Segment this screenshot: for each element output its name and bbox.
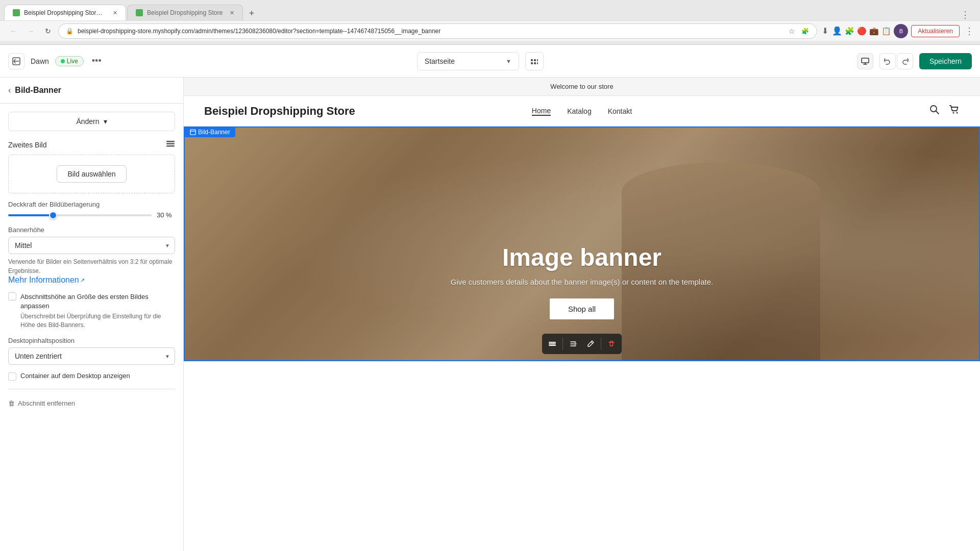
tab-favicon-2 [136,9,143,16]
panel-title: Bild-Banner [15,86,61,95]
theme-options-button[interactable]: ••• [90,54,104,68]
save-bookmark-icon[interactable]: 📋 [881,27,891,36]
theme-name-label: Dawn [31,57,49,65]
svg-rect-8 [166,141,175,142]
nav-item-kontakt[interactable]: Kontakt [608,107,632,115]
browser-tab-active[interactable]: Beispiel Dropshipping Store · ... ✕ [4,5,126,20]
zweites-bild-section: Zweites Bild [8,139,175,151]
download-icon[interactable]: ⬇ [820,27,829,36]
tab-close-2[interactable]: ✕ [230,10,234,16]
svg-rect-5 [537,59,538,61]
desktop-icon [861,57,869,65]
toolbar-divider-2 [601,338,601,350]
toolbar-delete-button[interactable] [603,336,620,352]
tab-label-1: Beispiel Dropshipping Store · ... [24,9,106,16]
svg-point-12 [952,112,954,114]
redo-icon [901,58,909,65]
browser-menu-icon[interactable]: ⋮ [961,9,970,20]
page-select-dropdown[interactable]: Startseite ▼ [417,52,519,70]
browser-options-icon[interactable]: ⋮ [965,26,974,37]
announcement-bar: Welcome to our store [184,78,980,96]
bannerhoehe-label: Bannerhöhe [8,226,175,234]
desktop-position-select[interactable]: Oben links Oben zentriert Oben rechts Mi… [8,347,175,365]
svg-rect-6 [537,62,538,64]
store-preview: Welcome to our store Beispiel Dropshippi… [184,78,980,551]
adblock-icon[interactable]: 🔴 [857,27,866,36]
browser-chrome: Beispiel Dropshipping Store · ... ✕ Beis… [0,0,980,45]
deckkraft-slider[interactable] [8,214,152,216]
undo-button[interactable] [879,53,896,69]
panel-body: Ändern ▾ Zweites Bild Bild auswählen Dec… [0,104,183,417]
panel-back-button[interactable]: ‹ [8,86,11,95]
checkbox1[interactable] [8,292,16,300]
live-badge-label: Live [67,58,78,65]
redo-button[interactable] [897,53,913,69]
extensions-btn[interactable]: 🧩 [845,27,854,36]
tab-label-2: Beispiel Dropshipping Store [147,9,223,16]
bild-auswaehlen-button[interactable]: Bild auswählen [57,165,126,183]
delete-section-button[interactable]: 🗑 Abschnitt entfernen [8,397,175,409]
page-select-chevron: ▼ [506,58,511,64]
change-button[interactable]: Ändern ▾ [8,112,175,131]
delete-icon [607,340,616,348]
nav-item-home[interactable]: Home [532,107,551,116]
svg-rect-16 [549,343,556,344]
stack-icon[interactable] [166,139,175,151]
customize-icon-button[interactable] [525,52,544,70]
banner-content: Image banner Give customers details abou… [185,128,979,360]
toolbar-move-button[interactable] [544,336,560,352]
svg-point-13 [956,112,958,114]
undo-icon [884,58,891,65]
toolbar-indent-button[interactable] [565,336,581,352]
save-button[interactable]: Speichern [919,53,972,69]
desktop-position-wrapper: Oben links Oben zentriert Oben rechts Mi… [8,347,175,365]
view-toggle [857,53,873,69]
store-logo: Beispiel Dropshipping Store [204,105,456,118]
shop-all-button[interactable]: Shop all [550,298,614,319]
live-dot [61,59,65,63]
helper-text: Verwende für Bilder ein Seitenverhältnis… [8,257,175,276]
header-center: Startseite ▼ [110,52,851,70]
left-panel: ‹ Bild-Banner Ändern ▾ Zweites Bild Bild… [0,78,184,551]
shopify-ext-icon[interactable]: 💼 [869,27,878,36]
url-display: beispiel-dropshipping-store.myshopify.co… [78,28,783,35]
deckkraft-value: 30 % [157,211,175,219]
header-right: Speichern [857,53,972,69]
svg-rect-2 [531,62,533,64]
cart-nav-icon[interactable] [948,104,960,118]
banner-label-tag[interactable]: Bild-Banner [185,127,235,137]
customize-icon [530,57,539,66]
desktop-view-button[interactable] [857,53,873,69]
svg-rect-10 [166,145,175,147]
page-select-label: Startseite [425,57,455,65]
back-nav-button[interactable]: ← [6,24,20,38]
svg-rect-4 [534,62,536,64]
editor-header: Dawn Live ••• Startseite ▼ [0,45,980,78]
svg-rect-7 [862,58,869,63]
container-checkbox[interactable] [8,372,16,381]
address-bar[interactable]: 🔒 beispiel-dropshipping-store.myshopify.… [58,23,817,39]
profile-icon[interactable]: 👤 [832,27,842,36]
svg-rect-14 [190,130,195,135]
svg-rect-15 [549,342,556,343]
new-tab-button[interactable]: + [244,6,259,20]
profile-avatar[interactable]: B [894,24,908,38]
search-nav-icon[interactable] [929,104,940,118]
bookmark-icon[interactable]: ☆ [787,27,796,36]
nav-item-katalog[interactable]: Katalog [567,107,591,115]
external-link-icon: ↗ [80,277,85,284]
browser-tab-inactive[interactable]: Beispiel Dropshipping Store ✕ [127,5,243,20]
banner-tag-label: Bild-Banner [198,129,230,136]
image-select-box: Bild auswählen [8,155,175,193]
mehr-informationen-link[interactable]: Mehr Informationen ↗ [8,276,85,285]
bannerhoehe-select[interactable]: Klein Mittel Groß [8,237,175,254]
aktualisieren-button[interactable]: Aktualisieren [911,25,960,37]
forward-nav-button[interactable]: → [23,24,38,38]
editor-back-button[interactable] [8,53,24,69]
panel-header: ‹ Bild-Banner [0,78,183,104]
reload-button[interactable]: ↻ [41,24,55,38]
extensions-icon[interactable]: 🧩 [800,27,810,36]
tab-close-1[interactable]: ✕ [113,10,117,16]
toolbar-edit-button[interactable] [582,336,599,352]
banner-title: Image banner [502,243,662,271]
